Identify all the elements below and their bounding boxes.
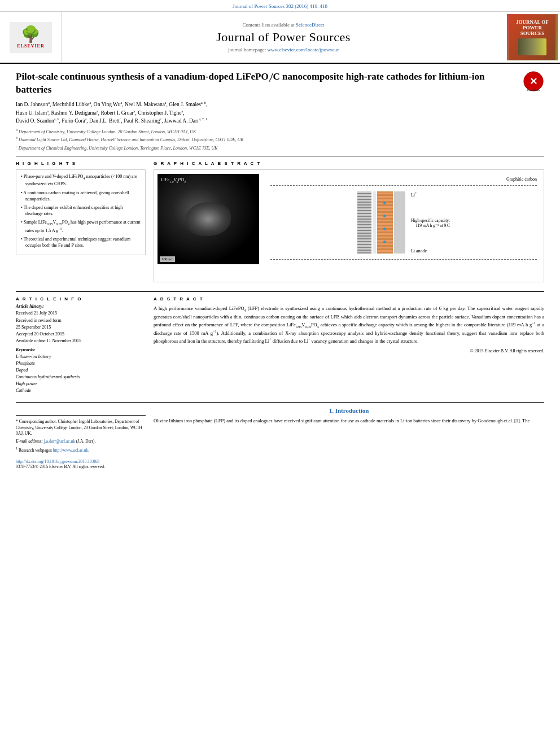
li-plus-label: Li+	[411, 191, 450, 198]
footnote-corresponding: * Corresponding author. Christopher Ingo…	[16, 419, 146, 437]
issn-text: 0378-7753/© 2015 Elsevier B.V. All right…	[16, 464, 146, 469]
journal-cover-image: JOURNAL OFPOWERSOURCES	[507, 14, 558, 60]
keywords-section: Keywords: Lithium-ion battery Phosphate …	[16, 347, 146, 394]
affil-b: b Diamond Light Source Ltd, Diamond Hous…	[16, 136, 544, 143]
keywords-heading: Keywords:	[16, 347, 146, 352]
intro-two-col: * Corresponding author. Christopher Ingo…	[16, 407, 544, 469]
keyword-1: Lithium-ion battery	[16, 353, 146, 360]
sciencedirect-text: ScienceDirect	[296, 22, 324, 28]
graphical-abstract-inner: LiFe1-xVxPO4 100 nm Graphitic carbon	[158, 173, 540, 264]
graphite-layer	[357, 191, 371, 254]
journal-ref-text: Journal of Power Sources 302 (2016) 410–…	[233, 3, 327, 9]
capacity-value-text: 119 mA h g⁻¹ at 9 C	[415, 223, 450, 228]
battery-visual: Li+ High specific capacity: 119 mA h g⁻¹…	[270, 191, 537, 254]
elsevier-logo: 🌳 ELSEVIER	[0, 12, 62, 63]
email-link[interactable]: j.a.darr@ucl.ac.uk	[44, 439, 75, 444]
highlights-column: H I G H L I G H T S Phase-pure and V-dop…	[16, 161, 146, 287]
doi-link[interactable]: http://dx.doi.org/10.1016/j.jpowsour.201…	[16, 459, 99, 464]
tem-image: LiFe1-xVxPO4 100 nm	[158, 174, 259, 264]
received-date: Received 21 July 2015	[16, 310, 146, 316]
highlights-heading: H I G H L I G H T S	[16, 161, 146, 166]
highlight-item-2: A continuous carbon coating is achieved,…	[21, 190, 141, 202]
highlight-item-3: The doped samples exhibit enhanced capac…	[21, 204, 141, 217]
phosphorous-word: phosphorous	[154, 338, 178, 344]
keyword-5: High power	[16, 381, 146, 387]
tem-particle	[186, 202, 231, 236]
li-anode-label: Li anode	[411, 248, 450, 254]
page: Journal of Power Sources 302 (2016) 410–…	[0, 0, 560, 747]
journal-cover-placeholder: JOURNAL OFPOWERSOURCES	[509, 15, 555, 60]
highlights-box: Phase-pure and V-doped LiFePO4 nanoparti…	[16, 169, 146, 255]
graphical-abstract-column: G R A P H I C A L A B S T R A C T LiFe1-…	[154, 161, 544, 287]
received-revised-label: Received in revised form	[16, 317, 146, 324]
journal-ref-bar: Journal of Power Sources 302 (2016) 410–…	[0, 0, 560, 12]
footnotes-block: * Corresponding author. Christopher Ingo…	[16, 415, 146, 453]
article-title-block: Pilot-scale continuous synthesis of a va…	[16, 71, 544, 96]
article-title-text: Pilot-scale continuous synthesis of a va…	[16, 71, 523, 96]
crossmark-logo: ✕ CrossMark	[523, 71, 544, 92]
keyword-2: Phosphate	[16, 360, 146, 367]
abstract-heading: A B S T R A C T	[154, 296, 544, 302]
homepage-url[interactable]: www.elsevier.com/locate/jpowsour	[268, 47, 339, 53]
svg-text:CrossMark: CrossMark	[527, 89, 540, 91]
homepage-line: journal homepage: www.elsevier.com/locat…	[228, 47, 339, 53]
abstract-section: A B S T R A C T A high performance vanad…	[154, 296, 544, 394]
lfp-layer-container	[377, 191, 393, 254]
article-info-block: A R T I C L E I N F O Article history: R…	[16, 296, 146, 394]
article-info-abstract-section: A R T I C L E I N F O Article history: R…	[16, 291, 544, 394]
separator-layer	[373, 191, 376, 254]
research-webpages-link[interactable]: http://www.ucl.ac.uk	[53, 448, 89, 453]
battery-diagram: Graphitic carbon	[264, 173, 540, 264]
header-center: Contents lists available at ScienceDirec…	[62, 12, 505, 63]
elsevier-logo-img: 🌳 ELSEVIER	[10, 22, 52, 53]
article-info-heading: A R T I C L E I N F O	[16, 296, 146, 302]
li-dot-4	[383, 241, 386, 243]
affil-a: a Department of Chemistry, University Co…	[16, 128, 544, 136]
affiliations-block: a Department of Chemistry, University Co…	[16, 128, 544, 152]
introduction-section: * Corresponding author. Christopher Ingo…	[16, 402, 544, 469]
graphical-abstract-heading: G R A P H I C A L A B S T R A C T	[154, 161, 544, 166]
tem-scale-bar: 100 nm	[160, 256, 175, 262]
keyword-4: Continuous hydrothermal synthesis	[16, 374, 146, 381]
available-date: Available online 11 November 2015	[16, 338, 146, 344]
sciencedirect-link[interactable]: ScienceDirect	[296, 22, 324, 28]
intro-left-spacer: * Corresponding author. Christopher Ingo…	[16, 407, 146, 469]
footnote-email: E-mail address: j.a.darr@ucl.ac.uk (J.A.…	[16, 439, 146, 445]
graphical-abstract-box: LiFe1-xVxPO4 100 nm Graphitic carbon	[154, 169, 544, 282]
accepted-date: Accepted 20 October 2015	[16, 331, 146, 337]
homepage-label: journal homepage:	[228, 47, 266, 53]
keyword-6: Cathode	[16, 387, 146, 394]
contents-line: Contents lists available at ScienceDirec…	[243, 22, 325, 28]
received-revised-date: 25 September 2015	[16, 324, 146, 330]
capacity-label-text: High specific capacity:	[411, 218, 450, 223]
highlight-item-5: Theoretical and experimental techniques …	[21, 236, 141, 248]
david-scanlon-author: David O. Scanlona, b	[16, 118, 59, 124]
battery-annotations: Li+ High specific capacity: 119 mA h g⁻¹…	[411, 191, 450, 254]
tem-formula: LiFe1-xVxPO4	[161, 177, 186, 184]
contents-label: Contents lists available at	[243, 22, 295, 28]
intro-text: Olivine lithium iron phosphate (LFP) and…	[154, 417, 544, 425]
li-dot-2	[383, 215, 386, 217]
li-dots-container	[377, 191, 393, 254]
graphitic-carbon-label: Graphitic carbon	[270, 177, 537, 182]
footer-bottom: http://dx.doi.org/10.1016/j.jpowsour.201…	[16, 457, 146, 469]
highlights-graphical-section: H I G H L I G H T S Phase-pure and V-dop…	[16, 156, 544, 287]
authors-block: Ian D. Johnsona, Mechthild Lübkea, On Yi…	[16, 101, 544, 125]
article-content: Pilot-scale continuous synthesis of a va…	[0, 64, 560, 475]
elsevier-tree-icon: 🌳	[21, 27, 41, 42]
lfp-layer	[377, 191, 393, 254]
svg-text:✕: ✕	[530, 76, 537, 87]
footnote-research: 1 Research webpages http://www.ucl.ac.uk…	[16, 446, 146, 453]
abstract-copyright: © 2015 Elsevier B.V. All rights reserved…	[154, 348, 544, 353]
tem-bg	[158, 174, 259, 264]
abstract-text: A high performance vanadium-doped LiFePO…	[154, 305, 544, 344]
capacity-label-block: High specific capacity: 119 mA h g⁻¹ at …	[411, 218, 450, 228]
intro-heading: 1. Introduction	[154, 407, 544, 414]
journal-title: Journal of Power Sources	[216, 30, 350, 45]
li-dot-1	[383, 202, 386, 204]
article-history-heading: Article history:	[16, 304, 146, 309]
highlight-item-1: Phase-pure and V-doped LiFePO4 nanoparti…	[21, 173, 141, 187]
elsevier-brand-text: ELSEVIER	[17, 43, 44, 49]
header: 🌳 ELSEVIER Contents lists available at S…	[0, 12, 560, 64]
li-dot-3	[383, 228, 386, 230]
